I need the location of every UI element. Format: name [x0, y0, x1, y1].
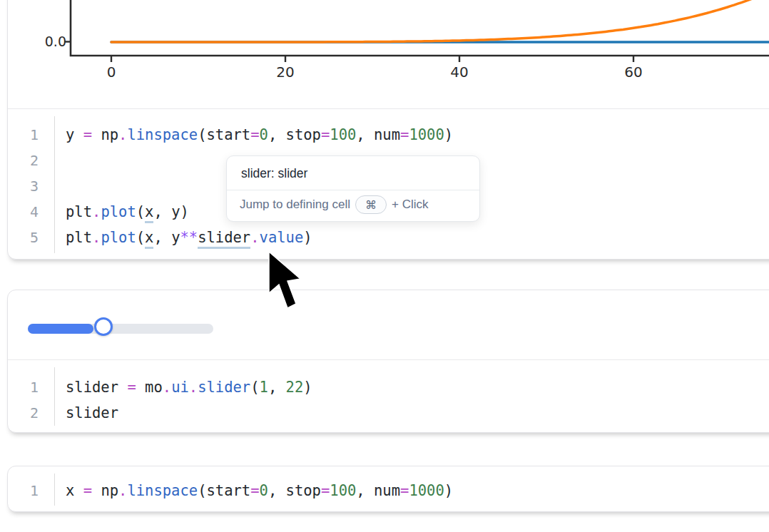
code-token: linspace — [127, 482, 198, 499]
code-editor-slider[interactable]: 1slider = mo.ui.slider(1, 22)2slider — [8, 360, 769, 433]
code-token: y — [171, 203, 180, 220]
cell-slider: 1slider = mo.ui.slider(1, 22)2slider — [7, 290, 769, 433]
code-token: start — [207, 126, 251, 143]
code-token: , — [356, 126, 365, 143]
code-token: , — [268, 482, 277, 499]
referenced-variable[interactable]: x — [145, 203, 153, 223]
code-editor-x[interactable]: 1x = np.linspace(start=0, stop=100, num=… — [8, 466, 769, 513]
code-token: = — [321, 482, 330, 499]
variable-tooltip: slider: slider Jump to defining cell ⌘ +… — [226, 155, 480, 222]
code-token: . — [250, 229, 259, 246]
code-line[interactable]: 2slider — [8, 400, 769, 426]
code-token: y — [66, 126, 83, 143]
code-token — [92, 482, 101, 499]
code-token: slider — [66, 404, 118, 421]
code-token: plot — [101, 229, 136, 246]
code-token: 100 — [330, 126, 356, 143]
code-token: num — [374, 482, 400, 499]
code-text: x = np.linspace(start=0, stop=100, num=1… — [54, 478, 453, 503]
slider-handle[interactable] — [94, 317, 113, 336]
code-token: 100 — [330, 482, 356, 499]
line-number: 2 — [8, 400, 54, 426]
code-token: 0 — [260, 126, 268, 143]
code-token: = — [127, 379, 136, 396]
code-token: ) — [303, 229, 312, 246]
code-token: ui — [171, 379, 189, 396]
code-token — [365, 126, 374, 143]
referenced-variable[interactable]: slider — [198, 228, 250, 249]
code-token: ) — [180, 203, 188, 220]
gutter-divider — [54, 367, 55, 426]
code-token: slider — [66, 379, 127, 396]
code-token: 1 — [260, 379, 268, 396]
code-token: ) — [444, 126, 453, 143]
slider-fill — [28, 324, 93, 334]
code-line[interactable]: 1slider = mo.ui.slider(1, 22) — [8, 374, 769, 400]
code-token: plt — [66, 203, 92, 220]
cell-x: 1x = np.linspace(start=0, stop=100, num=… — [7, 466, 769, 512]
code-token: linspace — [127, 126, 198, 143]
code-token: value — [260, 229, 304, 246]
code-token: slider — [198, 379, 250, 396]
code-token: = — [83, 126, 92, 143]
code-line[interactable]: 1y = np.linspace(start=0, stop=100, num=… — [8, 122, 769, 148]
slider-widget[interactable] — [28, 324, 213, 334]
code-token: ** — [180, 229, 198, 246]
code-line[interactable]: 1x = np.linspace(start=0, stop=100, num=… — [8, 478, 769, 503]
referenced-variable[interactable]: x — [145, 228, 153, 249]
svg-text:40: 40 — [450, 63, 468, 81]
code-line[interactable]: 5plt.plot(x, y**slider.value) — [8, 225, 769, 250]
code-token: ( — [136, 203, 145, 220]
code-token — [163, 229, 171, 246]
code-text: plt.plot(x, y) — [54, 199, 189, 225]
code-token — [277, 126, 285, 143]
code-token: = — [400, 126, 409, 143]
svg-text:0: 0 — [107, 63, 116, 81]
code-text: y = np.linspace(start=0, stop=100, num=1… — [54, 122, 453, 148]
code-token: = — [321, 126, 330, 143]
code-token: ( — [136, 229, 145, 246]
tooltip-action-row: Jump to defining cell ⌘ + Click — [227, 190, 479, 221]
code-token: 0 — [260, 482, 268, 499]
code-token: , — [153, 229, 162, 246]
code-token: . — [118, 482, 127, 499]
code-token: plt — [66, 229, 92, 246]
code-token: = — [400, 482, 409, 499]
code-token: ( — [250, 379, 259, 396]
code-token: ) — [303, 379, 312, 396]
code-token: np — [101, 126, 118, 143]
code-token: = — [250, 126, 259, 143]
tooltip-title: slider: slider — [227, 156, 479, 190]
code-text — [54, 148, 66, 173]
code-token: ( — [198, 126, 206, 143]
slider-output — [8, 290, 769, 360]
code-token — [365, 482, 374, 499]
matplotlib-chart: 0.00204060 — [8, 0, 769, 109]
line-number: 5 — [8, 225, 54, 250]
code-text: plt.plot(x, y**slider.value) — [54, 225, 312, 250]
code-token: stop — [286, 126, 321, 143]
code-token: x — [66, 482, 83, 499]
code-token: , — [268, 379, 277, 396]
tooltip-action-suffix: + Click — [392, 198, 428, 212]
code-token: stop — [286, 482, 321, 499]
code-token: y — [171, 229, 180, 246]
line-number: 1 — [8, 122, 54, 148]
gutter-divider — [54, 474, 55, 506]
code-text — [54, 173, 66, 199]
tooltip-action-label: Jump to defining cell — [240, 198, 350, 212]
code-token: = — [250, 482, 259, 499]
code-token: . — [189, 379, 198, 396]
code-token: , — [356, 482, 365, 499]
command-key-badge: ⌘ — [355, 195, 387, 214]
code-token: mo — [145, 379, 163, 396]
code-token — [92, 126, 101, 143]
code-token: plot — [101, 203, 136, 220]
code-token: = — [83, 482, 92, 499]
line-number: 1 — [8, 374, 54, 400]
code-token — [136, 379, 145, 396]
code-token: np — [101, 482, 118, 499]
code-token — [163, 203, 171, 220]
gutter-divider — [54, 116, 55, 253]
code-text: slider = mo.ui.slider(1, 22) — [54, 374, 312, 400]
